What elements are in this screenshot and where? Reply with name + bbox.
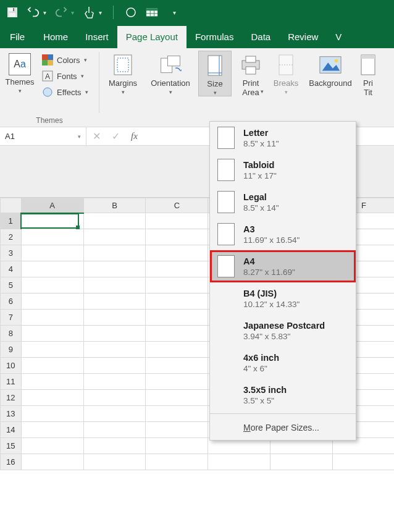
breaks-button[interactable]: Breaks ▾ bbox=[270, 51, 302, 95]
cell[interactable] bbox=[21, 229, 83, 245]
size-option-4x6-inch[interactable]: 4x6 inch4" x 6" bbox=[210, 347, 356, 379]
cell[interactable] bbox=[83, 310, 146, 326]
tab-review[interactable]: Review bbox=[279, 26, 327, 48]
save-icon[interactable] bbox=[6, 6, 19, 19]
row-header[interactable]: 5 bbox=[1, 277, 22, 293]
size-option-a4[interactable]: A48.27" x 11.69" bbox=[210, 250, 356, 282]
cell[interactable] bbox=[83, 213, 146, 229]
touch-caret-icon[interactable]: ▾ bbox=[99, 9, 102, 16]
cell[interactable] bbox=[146, 390, 208, 406]
row-header[interactable]: 1 bbox=[1, 213, 22, 229]
cell[interactable] bbox=[146, 310, 208, 326]
size-option-letter[interactable]: Letter8.5" x 11" bbox=[210, 122, 356, 154]
cell[interactable] bbox=[21, 310, 83, 326]
name-box[interactable]: A1 ▾ bbox=[0, 127, 86, 145]
cell[interactable] bbox=[270, 454, 333, 470]
cell[interactable] bbox=[146, 406, 208, 422]
cell[interactable] bbox=[21, 358, 83, 374]
cell[interactable] bbox=[21, 374, 83, 390]
record-icon[interactable] bbox=[125, 6, 137, 19]
cell[interactable] bbox=[146, 454, 208, 470]
cell[interactable] bbox=[146, 326, 208, 342]
size-button[interactable]: Size ▾ bbox=[198, 51, 232, 96]
tab-data[interactable]: Data bbox=[242, 26, 279, 48]
redo-caret-icon[interactable]: ▾ bbox=[71, 9, 74, 16]
row-header[interactable]: 2 bbox=[1, 229, 22, 245]
tab-file[interactable]: File bbox=[6, 26, 35, 48]
size-option-3-5x5-inch[interactable]: 3.5x5 inch3.5" x 5" bbox=[210, 379, 356, 411]
cell[interactable] bbox=[21, 390, 83, 406]
cell[interactable] bbox=[83, 374, 146, 390]
cell[interactable] bbox=[146, 277, 208, 293]
quick-table-icon[interactable] bbox=[146, 6, 158, 19]
fx-icon[interactable]: fx bbox=[131, 131, 138, 141]
cell[interactable] bbox=[83, 454, 146, 470]
row-header[interactable]: 12 bbox=[1, 390, 22, 406]
size-option-tabloid[interactable]: Tabloid11" x 17" bbox=[210, 154, 356, 186]
cell[interactable] bbox=[21, 438, 83, 454]
size-option-a3[interactable]: A311.69" x 16.54" bbox=[210, 218, 356, 250]
tab-page-layout[interactable]: Page Layout bbox=[117, 26, 187, 48]
background-button[interactable]: Background bbox=[306, 51, 355, 88]
cell[interactable] bbox=[21, 261, 83, 277]
tab-v[interactable]: V bbox=[327, 26, 350, 48]
row-header[interactable]: 6 bbox=[1, 293, 22, 310]
cell[interactable] bbox=[83, 390, 146, 406]
cell[interactable] bbox=[83, 358, 146, 374]
column-header[interactable]: A bbox=[21, 198, 83, 213]
themes-button[interactable]: Aa Themes ▾ bbox=[4, 51, 36, 94]
undo-caret-icon[interactable]: ▾ bbox=[43, 9, 46, 16]
tab-formulas[interactable]: Formulas bbox=[187, 26, 243, 48]
row-header[interactable]: 4 bbox=[1, 261, 22, 277]
cell[interactable] bbox=[21, 454, 83, 470]
cell[interactable] bbox=[83, 422, 146, 438]
cell[interactable] bbox=[21, 406, 83, 422]
cell[interactable] bbox=[21, 422, 83, 438]
cell[interactable] bbox=[83, 342, 146, 358]
row-header[interactable]: 3 bbox=[1, 245, 22, 261]
cell[interactable] bbox=[208, 454, 270, 470]
cell[interactable] bbox=[83, 293, 146, 310]
size-option-b4-jis-[interactable]: B4 (JIS)10.12" x 14.33" bbox=[210, 282, 356, 315]
row-header[interactable]: 11 bbox=[1, 374, 22, 390]
cell[interactable] bbox=[21, 213, 83, 229]
undo-icon[interactable] bbox=[27, 6, 40, 19]
cell[interactable] bbox=[146, 293, 208, 310]
tab-home[interactable]: Home bbox=[35, 26, 77, 48]
size-option-legal[interactable]: Legal8.5" x 14" bbox=[210, 186, 356, 218]
cell[interactable] bbox=[83, 326, 146, 342]
cell[interactable] bbox=[146, 422, 208, 438]
row-header[interactable]: 15 bbox=[1, 438, 22, 454]
size-option-japanese-postcard[interactable]: Japanese Postcard3.94" x 5.83" bbox=[210, 315, 356, 347]
margins-button[interactable]: Margins ▾ bbox=[103, 51, 143, 95]
row-header[interactable]: 8 bbox=[1, 326, 22, 342]
cell[interactable] bbox=[83, 229, 146, 245]
redo-icon[interactable] bbox=[55, 6, 67, 19]
cell[interactable] bbox=[146, 358, 208, 374]
column-header[interactable]: B bbox=[83, 198, 146, 213]
cell[interactable] bbox=[146, 438, 208, 454]
row-header[interactable]: 14 bbox=[1, 422, 22, 438]
cell[interactable] bbox=[146, 374, 208, 390]
tab-insert[interactable]: Insert bbox=[77, 26, 117, 48]
fonts-button[interactable]: A Fonts ▾ bbox=[40, 68, 90, 84]
row-header[interactable]: 10 bbox=[1, 358, 22, 374]
cell[interactable] bbox=[146, 261, 208, 277]
cell[interactable] bbox=[83, 245, 146, 261]
column-header[interactable]: C bbox=[146, 198, 208, 213]
touch-mode-icon[interactable] bbox=[83, 6, 95, 19]
effects-button[interactable]: Effects ▾ bbox=[40, 84, 90, 100]
cell[interactable] bbox=[146, 245, 208, 261]
cell[interactable] bbox=[83, 277, 146, 293]
print-titles-button[interactable]: Pri Tit bbox=[359, 51, 377, 98]
print-area-button[interactable]: Print Area ▾ bbox=[235, 51, 266, 95]
row-header[interactable]: 7 bbox=[1, 310, 22, 326]
cell[interactable] bbox=[333, 454, 394, 470]
cell[interactable] bbox=[146, 229, 208, 245]
cell[interactable] bbox=[21, 277, 83, 293]
orientation-button[interactable]: Orientation ▾ bbox=[146, 51, 195, 95]
cell[interactable] bbox=[21, 326, 83, 342]
row-header[interactable]: 13 bbox=[1, 406, 22, 422]
cell[interactable] bbox=[83, 438, 146, 454]
cell[interactable] bbox=[146, 342, 208, 358]
